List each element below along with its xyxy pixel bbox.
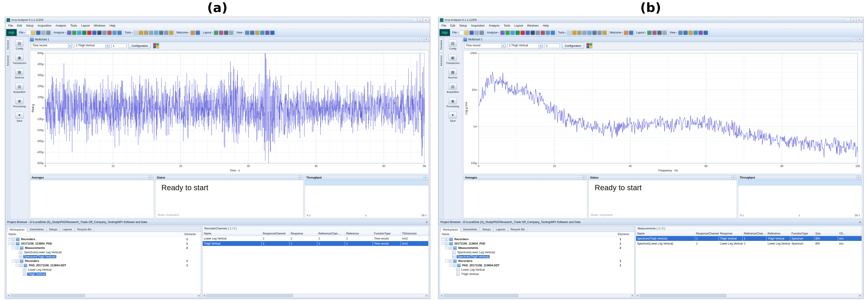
- camera-icon[interactable]: [592, 30, 597, 35]
- checkbox-checked-icon[interactable]: ✓: [12, 242, 15, 245]
- menu-item-file[interactable]: File: [6, 23, 15, 28]
- rewind-icon[interactable]: [535, 30, 540, 35]
- pin-icon[interactable]: ▪: [853, 37, 857, 41]
- column-header[interactable]: Size: [814, 231, 838, 236]
- toolbar-label-welcome[interactable]: Welcome▾: [176, 31, 190, 34]
- menu-item-edit[interactable]: Edit: [15, 23, 24, 28]
- run-all-icon[interactable]: [516, 30, 520, 35]
- column-header[interactable]: YD...: [838, 231, 862, 236]
- palette-icon[interactable]: [586, 43, 593, 49]
- column-header[interactable]: Reference: [767, 231, 790, 236]
- pen-icon[interactable]: [572, 30, 577, 35]
- toolbar-label-layout[interactable]: Layout▾: [203, 31, 213, 34]
- checkbox-checked-icon[interactable]: ✓: [23, 272, 26, 276]
- toolbar-label-analyzer[interactable]: Analyzer▾: [54, 31, 66, 34]
- menu-item-analysis[interactable]: Analysis: [54, 23, 68, 28]
- sidebar-item-processing[interactable]: ◉Processing: [444, 98, 462, 108]
- record-icon[interactable]: [521, 30, 525, 35]
- title-bar[interactable]: mp m+p Analyzer 5.1.1.11309 – ▢ ✕: [5, 17, 430, 23]
- chart-view-icon[interactable]: [683, 30, 688, 35]
- project-browser-bar[interactable]: Project Browser - D:\LocalDisk (S)_Study…: [5, 219, 430, 225]
- help-icon[interactable]: [196, 30, 200, 35]
- scrollbar-thumb[interactable]: [444, 294, 519, 297]
- toolbar-label-tools[interactable]: Tools▾: [125, 31, 133, 34]
- scroll-left-icon[interactable]: ◀: [636, 294, 640, 297]
- sidebar-item-transducers[interactable]: ▣Transducers: [444, 54, 462, 64]
- layers-icon[interactable]: [164, 30, 168, 35]
- collapse-icon[interactable]: -: [445, 260, 448, 263]
- tree-row[interactable]: ✓Lower Leg Vertical: [7, 268, 201, 272]
- project-browser-bar[interactable]: Project Browser - D:\LocalDisk (S)_Study…: [439, 219, 863, 225]
- lock-icon[interactable]: [602, 30, 607, 35]
- workspace-tab-geometries[interactable]: Geometries: [27, 227, 46, 232]
- workspace-tab-workspaces[interactable]: Workspaces: [441, 227, 460, 232]
- workspace-tab-layouts[interactable]: Layouts: [60, 227, 74, 232]
- checkbox-checked-icon[interactable]: ✓: [453, 264, 456, 267]
- sidebar-item-config[interactable]: ▤Config: [10, 39, 29, 50]
- pointer-icon[interactable]: [134, 30, 138, 35]
- tree-row[interactable]: -✓PhD_20171108_113604.SDT1: [7, 263, 201, 268]
- column-header[interactable]: ResponseChannel: [261, 231, 289, 236]
- project-browser-close-icon[interactable]: ✕: [426, 220, 428, 224]
- toolbar-label-layout[interactable]: Layout▾: [636, 31, 647, 34]
- analyzer-config-icon[interactable]: [500, 30, 505, 35]
- sidebar-item-save[interactable]: ▼Save: [444, 112, 462, 122]
- clock-icon[interactable]: [688, 30, 693, 35]
- toolbar-label-view[interactable]: View▾: [670, 31, 678, 34]
- menu-item-windows[interactable]: Windows: [92, 23, 107, 28]
- chart-area[interactable]: -500µ-400µ-300µ-200µ-100µ0100µ200µ300µ40…: [30, 50, 429, 174]
- chart-type-select[interactable]: Time record ▾: [31, 43, 72, 48]
- table-row[interactable]: Lower Leg Vertical2222Time recordm/s2: [203, 236, 429, 241]
- checkbox-checked-icon[interactable]: ✓: [16, 259, 19, 263]
- step-icon[interactable]: [510, 30, 515, 35]
- tree-row[interactable]: ✓Spectrum(Lower Leg Vertical): [7, 250, 201, 254]
- delete-icon[interactable]: [107, 30, 112, 35]
- column-header[interactable]: Name: [636, 231, 695, 236]
- menu-item-setup[interactable]: Setup: [24, 23, 36, 28]
- checkbox-checked-icon[interactable]: ✓: [20, 264, 23, 267]
- step-icon[interactable]: [77, 30, 82, 35]
- toolbar-label-file[interactable]: File▾: [19, 31, 25, 34]
- settings-icon[interactable]: [479, 30, 484, 35]
- info-icon[interactable]: [704, 30, 708, 35]
- lock-icon[interactable]: [169, 30, 174, 35]
- menu-item-acquisition[interactable]: Acquisition: [469, 23, 487, 28]
- chart-view-icon[interactable]: [250, 30, 254, 35]
- scroll-right-icon[interactable]: ▶: [630, 294, 634, 297]
- sidebar-item-sources[interactable]: ▦Sources: [10, 69, 29, 79]
- checkbox-checked-icon[interactable]: ✓: [452, 250, 456, 254]
- checkbox-checked-icon[interactable]: ✓: [452, 255, 456, 258]
- save-icon[interactable]: [469, 30, 474, 35]
- throughput-menu-button[interactable]: ▾: [423, 176, 427, 180]
- tree-row[interactable]: -✓Recorders1: [7, 259, 201, 263]
- status-menu-button[interactable]: ▾: [732, 176, 735, 180]
- tree-row[interactable]: +✓Recorders1: [7, 237, 201, 241]
- menu-item-help[interactable]: Help: [107, 23, 118, 28]
- toolbar-label-tools[interactable]: Tools▾: [558, 31, 566, 34]
- minimize-button[interactable]: –: [412, 18, 417, 22]
- configuration-button[interactable]: Configuration: [562, 43, 584, 49]
- layers-icon[interactable]: [597, 30, 602, 35]
- scrollbar-thumb[interactable]: [207, 294, 293, 297]
- tree-row[interactable]: -✓PhD_20171108_113604.SDT1: [440, 263, 634, 268]
- checkbox-checked-icon[interactable]: ✓: [456, 268, 460, 271]
- throughput-menu-button[interactable]: ▾: [857, 176, 861, 180]
- checkbox-checked-icon[interactable]: ✓: [449, 246, 452, 250]
- tree-row[interactable]: -✓Measurements2: [440, 246, 634, 250]
- side-tab-standard[interactable]: Standard: [439, 38, 443, 52]
- sidebar-item-acquisition[interactable]: ▥Acquisition: [444, 83, 462, 93]
- scroll-right-icon[interactable]: ▶: [425, 294, 429, 297]
- camera-icon[interactable]: [159, 30, 163, 35]
- stop-icon[interactable]: [97, 30, 101, 35]
- column-header[interactable]: FunctionType: [373, 231, 401, 236]
- ruler-icon[interactable]: [144, 30, 148, 35]
- close-panel-icon[interactable]: ✕: [858, 37, 862, 41]
- expand-icon[interactable]: +: [441, 238, 444, 241]
- zoom-icon[interactable]: [154, 30, 158, 35]
- print-icon[interactable]: [474, 30, 479, 35]
- checkbox-checked-icon[interactable]: ✓: [456, 272, 460, 276]
- checkbox-checked-icon[interactable]: ✓: [19, 255, 23, 258]
- toolbar-label-analyzer[interactable]: Analyzer▾: [487, 31, 500, 34]
- pin-icon[interactable]: ▪: [420, 37, 424, 41]
- workspace-tab-setups[interactable]: Setups: [47, 227, 60, 232]
